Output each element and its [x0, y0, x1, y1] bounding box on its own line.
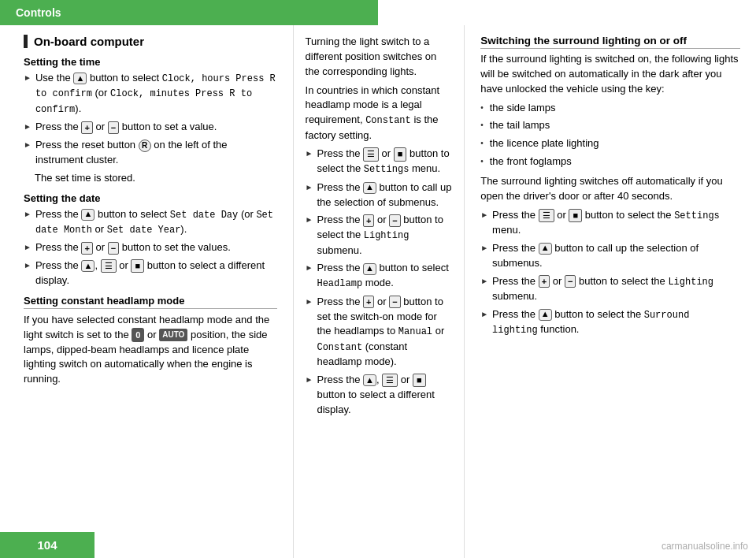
- up-arrow-icon: ▲: [363, 374, 376, 386]
- reset-icon: R: [139, 140, 151, 152]
- list-item: ► Press the + or − button to set a value…: [24, 120, 277, 135]
- plus-icon: +: [81, 242, 92, 255]
- sub-menu-icon: ☰: [101, 259, 117, 273]
- bullet-arrow-icon: ►: [24, 73, 32, 84]
- section3-para: If you have selected constant headlamp m…: [24, 313, 277, 387]
- minus-icon: −: [108, 121, 119, 134]
- list-item: ► Use the ▲ button to select Clock, hour…: [24, 71, 277, 117]
- right-para1: If the surround lighting is switched on,…: [480, 52, 740, 97]
- up-arrow-icon: ▲: [73, 73, 87, 84]
- sub-menu2-icon: ■: [394, 147, 407, 161]
- list-item: ► Press the ▲ button to select Headlamp …: [306, 261, 453, 291]
- up-arrow-icon: ▲: [81, 209, 94, 221]
- bullet-text: the front foglamps: [490, 154, 740, 169]
- bullet-arrow-icon: ►: [306, 296, 313, 307]
- auto-icon: AUTO: [159, 329, 187, 341]
- list-item: • the tail lamps: [480, 118, 740, 133]
- bullet-arrow-icon: ►: [306, 374, 313, 385]
- bullet-arrow-icon: ►: [306, 262, 313, 273]
- content-area: On-board computer Setting the time ► Use…: [0, 25, 756, 558]
- watermark: carmanualsoline.info: [662, 541, 748, 552]
- right-column: Switching the surround lighting on or of…: [465, 25, 756, 558]
- list-item: ► Press the ☰ or ■ button to select the …: [306, 147, 453, 177]
- sub-menu2-icon: ■: [413, 374, 426, 387]
- bullet-text: Press the + or − button to set the switc…: [317, 295, 452, 370]
- minus-icon: −: [108, 242, 119, 255]
- list-item: ► Press the ▲ button to call up the sele…: [306, 180, 453, 210]
- list-item: ► Press the ▲ button to select Set date …: [24, 207, 277, 238]
- page-number: 104: [0, 532, 94, 558]
- bullet-text: the licence plate lighting: [490, 136, 740, 151]
- sub-menu2-icon: ■: [569, 209, 582, 222]
- plus-icon: +: [81, 121, 92, 134]
- bullet-text: Press the ☰ or ■ button to select the Se…: [317, 147, 452, 177]
- section-title-date: Setting the date: [24, 192, 277, 204]
- bullet-text: Press the + or − button to set the value…: [35, 240, 277, 255]
- list-item: ► Press the + or − button to set the swi…: [306, 295, 453, 370]
- bullet-arrow-icon: ►: [24, 140, 32, 151]
- bullet-text: Press the ▲ button to select Headlamp mo…: [317, 261, 452, 291]
- bullet-text: Press the reset button R on the left of …: [35, 138, 277, 168]
- sub-menu-icon: ☰: [363, 147, 379, 161]
- bullet-arrow-icon: ►: [480, 210, 488, 221]
- bullet-arrow-icon: ►: [480, 276, 488, 287]
- left-column: On-board computer Setting the time ► Use…: [0, 25, 294, 558]
- list-item: ► Press the ▲, ☰ or ■ button to select a…: [24, 259, 277, 288]
- list-item: ► Press the ▲ button to call up the sele…: [480, 241, 740, 271]
- list-item: • the side lamps: [480, 101, 740, 116]
- sub-menu-icon: ☰: [382, 374, 398, 387]
- minus-icon: −: [565, 275, 576, 288]
- bullet-arrow-icon: ►: [24, 260, 32, 271]
- list-item: ► Press the + or − button to set the val…: [24, 240, 277, 255]
- bullet-dot-icon: •: [480, 102, 484, 113]
- up-arrow-icon: ▲: [81, 260, 94, 272]
- bullet-arrow-icon: ►: [306, 214, 313, 225]
- zero-icon: 0: [132, 328, 144, 342]
- bullet-text: Press the + or − button to select the Li…: [492, 274, 740, 304]
- bullet-text: Press the ▲ button to select the Surroun…: [492, 307, 740, 338]
- bullet-dot-icon: •: [480, 120, 484, 131]
- bullet-arrow-icon: ►: [24, 121, 32, 132]
- plus-icon: +: [363, 214, 374, 227]
- main-title: On-board computer: [24, 35, 277, 48]
- list-item: ► Press the ▲ button to select the Surro…: [480, 307, 740, 338]
- right-para2: The surround lighting switches off autom…: [480, 174, 740, 204]
- up-arrow-icon: ▲: [539, 243, 552, 255]
- section-title-time: Setting the time: [24, 56, 277, 68]
- minus-icon: −: [389, 296, 400, 308]
- bullet-text: Press the ▲, ☰ or ■ button to select a d…: [317, 373, 452, 418]
- bullet-text: Press the ☰ or ■ button to select the Se…: [492, 208, 740, 238]
- note-text: The set time is stored.: [35, 171, 277, 186]
- plus-icon: +: [363, 296, 374, 308]
- bullet-arrow-icon: ►: [24, 209, 32, 220]
- bullet-text: the tail lamps: [490, 118, 740, 133]
- sub-menu-icon: ☰: [539, 209, 554, 222]
- middle-para2: In countries in which constant headlamp …: [306, 84, 453, 143]
- bullet-arrow-icon: ►: [24, 242, 32, 253]
- bullet-arrow-icon: ►: [480, 309, 488, 320]
- minus-icon: −: [389, 214, 400, 227]
- right-section-title: Switching the surround lighting on or of…: [480, 35, 740, 49]
- bullet-text: Press the ▲, ☰ or ■ button to select a d…: [35, 259, 277, 288]
- sub-menu2-icon: ■: [131, 259, 144, 273]
- middle-para1: Turning the light switch to a different …: [306, 35, 453, 80]
- up-arrow-icon: ▲: [363, 263, 376, 275]
- bullet-arrow-icon: ►: [306, 182, 313, 193]
- middle-column: Turning the light switch to a different …: [294, 25, 465, 558]
- bullet-arrow-icon: ►: [480, 243, 488, 254]
- bullet-text: Press the ▲ button to select Set date Da…: [35, 207, 277, 238]
- up-arrow-icon: ▲: [539, 309, 552, 321]
- bullet-text: Press the + or − button to set a value.: [35, 120, 277, 135]
- up-arrow-icon: ▲: [363, 182, 376, 194]
- plus-icon: +: [539, 275, 550, 288]
- bullet-text: Use the ▲ button to select Clock, hours …: [35, 71, 277, 117]
- header-label: Controls: [16, 6, 61, 19]
- list-item: ► Press the + or − button to select the …: [306, 213, 453, 258]
- section-title-headlamp: Setting constant headlamp mode: [24, 295, 277, 309]
- bullet-dot-icon: •: [480, 156, 484, 167]
- header-bar: Controls: [0, 0, 378, 25]
- bullet-arrow-icon: ►: [306, 148, 313, 159]
- list-item: • the front foglamps: [480, 154, 740, 169]
- bullet-text: Press the ▲ button to call up the select…: [317, 180, 452, 210]
- bullet-dot-icon: •: [480, 138, 484, 149]
